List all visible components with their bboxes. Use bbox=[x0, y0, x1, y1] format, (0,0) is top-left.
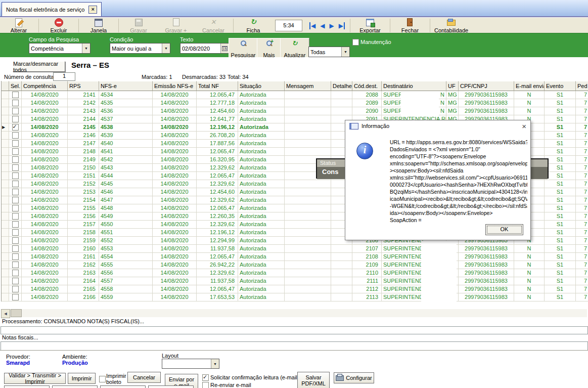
row-select-checkbox[interactable] bbox=[12, 294, 19, 300]
alterar-button[interactable]: Alterar bbox=[0, 18, 37, 33]
window-tab[interactable]: Nota fiscal eletrônica de serviço × bbox=[2, 2, 102, 16]
row-select-checkbox[interactable] bbox=[12, 140, 19, 147]
salvar-pdf-xml-button[interactable]: Salvar PDF/XML bbox=[297, 372, 330, 388]
close-icon[interactable]: × bbox=[522, 122, 526, 130]
column-header-email_enviado[interactable]: E-mail enviado bbox=[514, 81, 545, 91]
transmitir-button[interactable]: Transmitir bbox=[52, 385, 98, 388]
row-select-checkbox[interactable] bbox=[12, 229, 19, 236]
fechar-button[interactable]: Fechar bbox=[391, 18, 429, 33]
column-header-detalhe[interactable]: Detalhe bbox=[331, 81, 352, 91]
row-select-checkbox[interactable] bbox=[12, 189, 19, 195]
marcar-desmarcar-button[interactable]: Marcar/desmarcar todos bbox=[13, 61, 65, 72]
row-select-checkbox[interactable] bbox=[12, 278, 19, 284]
row-select-checkbox[interactable] bbox=[12, 197, 19, 203]
atualizar-button[interactable]: ↻ Atualizar bbox=[280, 38, 309, 59]
confirmacao-leitura-checkbox[interactable] bbox=[202, 374, 209, 381]
table-row[interactable]: 14/08/20202142453514/08/202012.777,18Aut… bbox=[2, 99, 588, 107]
column-header-uf[interactable]: UF bbox=[446, 81, 459, 91]
imprimir-button[interactable]: Imprimir bbox=[68, 373, 96, 384]
table-row[interactable]: 14/08/20202166455914/08/202017.653,53Aut… bbox=[2, 293, 588, 301]
consultar-button[interactable]: Consultar bbox=[148, 385, 194, 388]
proximo-button[interactable]: Próximo bbox=[100, 385, 146, 388]
column-header-gutter[interactable] bbox=[2, 81, 9, 91]
table-row[interactable]: 14/08/20202160455314/08/202011.937,58Aut… bbox=[2, 245, 588, 253]
exportar-button[interactable]: Exportar bbox=[351, 18, 389, 33]
column-header-destinatario[interactable]: Destinatário bbox=[382, 81, 446, 91]
validar-button[interactable]: Validar bbox=[4, 385, 50, 388]
ok-button[interactable]: OK bbox=[485, 224, 523, 235]
column-header-pedido[interactable]: Ped bbox=[576, 81, 588, 91]
chevron-down-icon[interactable]: ▼ bbox=[341, 47, 349, 57]
row-select-checkbox[interactable] bbox=[12, 156, 19, 163]
mais-button[interactable]: + Mais bbox=[257, 38, 281, 59]
column-header-nfse[interactable]: NFS-e bbox=[99, 81, 153, 91]
row-select-checkbox[interactable] bbox=[12, 270, 19, 276]
column-header-situacao[interactable]: Situação bbox=[238, 81, 285, 91]
row-select-checkbox[interactable] bbox=[12, 205, 19, 211]
row-select-checkbox[interactable] bbox=[12, 124, 19, 131]
configurar-button[interactable]: Configurar bbox=[334, 372, 374, 383]
row-select-checkbox[interactable] bbox=[12, 286, 19, 292]
filtro-select[interactable]: Todas ▼ bbox=[308, 47, 350, 57]
ficha-button[interactable]: ↻ Ficha bbox=[235, 18, 272, 33]
last-record-icon[interactable]: ▶ bbox=[339, 22, 345, 29]
row-select-checkbox[interactable] bbox=[12, 245, 19, 252]
chevron-down-icon[interactable]: ▼ bbox=[211, 359, 219, 368]
table-row[interactable]: 14/08/20202163455614/08/202012.329,62Aut… bbox=[2, 269, 588, 277]
row-select-checkbox[interactable] bbox=[12, 213, 19, 220]
close-icon[interactable]: × bbox=[88, 6, 97, 14]
column-header-rps[interactable]: RPS bbox=[68, 81, 99, 91]
table-row[interactable]: 14/08/20202141453414/08/202012.065,47Aut… bbox=[2, 91, 588, 99]
column-header-emissao[interactable]: Emissão NFS-e bbox=[153, 81, 197, 91]
table-row[interactable]: 14/08/20202165455814/08/202012.065,47Aut… bbox=[2, 285, 588, 293]
table-row[interactable]: 14/08/20202164455714/08/202011.937,58Aut… bbox=[2, 277, 588, 285]
column-header-mensagem[interactable]: Mensagem bbox=[285, 81, 331, 91]
first-record-icon[interactable]: ◀ bbox=[309, 22, 315, 29]
row-select-checkbox[interactable] bbox=[12, 92, 19, 98]
cancelar-button[interactable]: Cancelar bbox=[127, 372, 161, 383]
row-select-checkbox[interactable] bbox=[12, 262, 19, 268]
row-select-checkbox[interactable] bbox=[12, 108, 19, 114]
scrollbar-thumb[interactable] bbox=[11, 309, 22, 317]
row-select-checkbox[interactable] bbox=[12, 253, 19, 260]
contabilidade-button[interactable]: Contabilidade bbox=[431, 18, 471, 33]
excluir-button[interactable]: Excluir bbox=[40, 18, 77, 33]
row-select-checkbox[interactable] bbox=[12, 173, 19, 179]
previous-record-icon[interactable]: ◀ bbox=[320, 22, 325, 29]
column-header-evento[interactable]: Evento bbox=[545, 81, 576, 91]
info-dialog-titlebar[interactable]: Informação × bbox=[345, 120, 530, 132]
pesquisar-button[interactable]: Pesquisar bbox=[229, 38, 258, 59]
table-row[interactable]: 14/08/20202143453614/08/202012.454,60Aut… bbox=[2, 107, 588, 115]
chevron-down-icon[interactable]: ▼ bbox=[82, 44, 90, 53]
column-header-competencia[interactable]: Competência bbox=[22, 81, 68, 91]
condicao-select[interactable]: Maior ou igual a ▼ bbox=[110, 43, 170, 54]
scroll-left-icon[interactable]: ◄ bbox=[1, 309, 10, 318]
column-header-sel[interactable]: Sel. bbox=[9, 81, 22, 91]
chevron-down-icon[interactable]: ▼ bbox=[162, 44, 170, 53]
row-select-checkbox[interactable] bbox=[12, 164, 19, 171]
column-header-cpf_cnpj[interactable]: CPF/CNPJ bbox=[459, 81, 514, 91]
row-select-checkbox[interactable] bbox=[12, 181, 19, 187]
imprimir-boleto-checkbox[interactable] bbox=[99, 376, 106, 382]
reenviar-email-checkbox[interactable] bbox=[202, 382, 209, 388]
column-header-total[interactable]: Total NF bbox=[197, 81, 238, 91]
row-select-checkbox[interactable] bbox=[12, 116, 19, 122]
next-record-icon[interactable]: ▶ bbox=[329, 22, 334, 29]
campo-pesquisa-select[interactable]: Competência ▼ bbox=[29, 43, 91, 54]
row-select-checkbox[interactable] bbox=[12, 132, 19, 139]
calendar-icon[interactable]: 15 bbox=[220, 44, 229, 53]
row-select-checkbox[interactable] bbox=[12, 221, 19, 228]
row-select-checkbox[interactable] bbox=[12, 100, 19, 106]
janela-button[interactable]: Janela bbox=[80, 18, 117, 33]
texto-date-input[interactable]: 02/08/2020 15 bbox=[180, 43, 229, 54]
layout-select[interactable]: ▼ bbox=[162, 359, 219, 369]
table-row[interactable]: 14/08/20202161455414/08/202012.065,47Aut… bbox=[2, 253, 588, 261]
row-select-checkbox[interactable] bbox=[12, 148, 19, 155]
row-select-checkbox[interactable] bbox=[12, 237, 19, 244]
num-consultas-input[interactable]: 1 bbox=[53, 72, 75, 81]
table-row[interactable]: 14/08/20202162455514/08/202026.942,22Aut… bbox=[2, 261, 588, 269]
column-header-cod_dest[interactable]: Cód.dest. bbox=[352, 81, 382, 91]
validar-transmitir-imprimir-button[interactable]: Validar > Transmitir > Imprimir bbox=[4, 373, 66, 384]
horizontal-scrollbar[interactable]: ◄ bbox=[1, 309, 587, 317]
manutencao-checkbox[interactable] bbox=[352, 39, 359, 46]
